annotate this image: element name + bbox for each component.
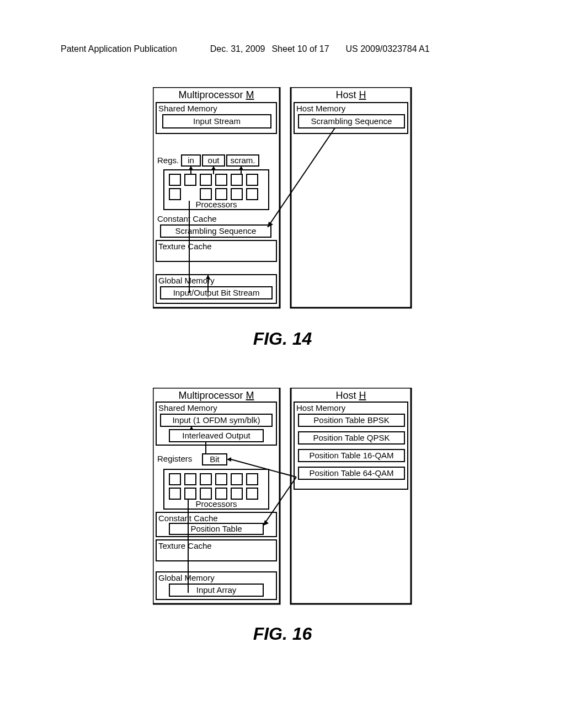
host-title: Host H [335, 89, 366, 100]
svg-rect-49 [247, 474, 258, 485]
svg-rect-50 [169, 488, 180, 499]
input-stream-label: Input Stream [193, 116, 241, 126]
svg-rect-48 [231, 474, 242, 485]
svg-rect-13 [169, 189, 180, 200]
reg-out: out [208, 156, 220, 165]
header-date: Dec. 31, 2009 [210, 44, 265, 54]
page-header: Patent Application Publication Dec. 31, … [61, 44, 504, 54]
header-sheet: Sheet 10 of 17 [271, 44, 329, 54]
mp-title: Multiprocessor M [178, 89, 254, 100]
regs-label: Regs. [157, 156, 179, 165]
svg-rect-16 [231, 189, 242, 200]
svg-marker-21 [211, 166, 216, 170]
page: Patent Application Publication Dec. 31, … [0, 0, 565, 728]
pt-bpsk: Position Table BPSK [313, 415, 389, 425]
svg-rect-54 [231, 488, 242, 499]
svg-rect-8 [185, 174, 196, 185]
reg-scram: scram. [231, 156, 255, 165]
iobs-label: Input/Output Bit Stream [173, 288, 260, 297]
header-publication: Patent Application Publication [61, 44, 177, 54]
svg-marker-23 [239, 166, 243, 170]
header-pubno: US 2009/0323784 A1 [346, 44, 430, 54]
svg-rect-11 [231, 174, 242, 185]
svg-rect-17 [247, 189, 258, 200]
svg-rect-46 [200, 474, 211, 485]
svg-rect-52 [200, 488, 211, 499]
svg-rect-53 [216, 488, 227, 499]
texture-cache-16: Texture Cache [158, 541, 212, 550]
registers-label: Registers [157, 454, 192, 463]
svg-line-70 [231, 459, 296, 477]
global-mem-16: Global Memory [158, 573, 215, 582]
svg-rect-9 [200, 174, 211, 185]
processors-label: Processors [195, 200, 237, 209]
svg-marker-41 [189, 426, 194, 430]
const-cache-label: Constant Cache [157, 214, 217, 223]
input-ofdm: Input (1 OFDM sym/blk) [172, 415, 260, 425]
bit-label: Bit [210, 454, 220, 464]
figure-14-svg: Multiprocessor M Shared Memory Input Str… [153, 87, 412, 313]
svg-rect-47 [216, 474, 227, 485]
fig14-caption: FIG. 14 [153, 329, 412, 349]
figure-14: Multiprocessor M Shared Memory Input Str… [153, 87, 412, 349]
svg-rect-51 [185, 488, 196, 499]
figure-16-svg: Multiprocessor M Shared Memory Input (1 … [153, 388, 412, 608]
pt-64qam: Position Table 64-QAM [309, 468, 393, 478]
svg-marker-19 [189, 166, 193, 170]
processors-16: Processors [195, 499, 237, 508]
svg-marker-69 [227, 457, 231, 462]
figure-16: Multiprocessor M Shared Memory Input (1 … [153, 388, 412, 644]
host-mem-label: Host Memory [296, 104, 346, 113]
svg-rect-14 [200, 189, 211, 200]
host-mem-16: Host Memory [296, 403, 346, 413]
svg-rect-10 [216, 174, 227, 185]
pos-table-mp: Position Table [190, 524, 242, 533]
scrambling-seq-mp: Scrambling Sequence [175, 226, 257, 235]
texture-cache-label: Texture Cache [158, 242, 212, 251]
global-mem-label: Global Memory [158, 276, 215, 285]
pt-16qam: Position Table 16-QAM [309, 451, 393, 460]
host-title-16: Host H [335, 390, 366, 401]
svg-rect-44 [169, 474, 180, 485]
mp-title-16: Multiprocessor M [178, 390, 254, 401]
svg-line-31 [268, 128, 335, 227]
svg-rect-7 [169, 174, 180, 185]
pt-qpsk: Position Table QPSK [313, 433, 390, 442]
svg-rect-15 [216, 189, 227, 200]
scrambling-seq-host: Scrambling Sequence [311, 116, 392, 126]
svg-rect-55 [247, 488, 258, 499]
shared-memory-label: Shared Memory [158, 104, 217, 113]
fig16-caption: FIG. 16 [153, 624, 412, 644]
reg-in: in [188, 156, 194, 165]
input-array: Input Array [196, 585, 237, 595]
svg-rect-12 [247, 174, 258, 185]
svg-rect-45 [185, 474, 196, 485]
interleaved-out: Interleaved Output [182, 431, 250, 440]
shared-mem-16: Shared Memory [158, 403, 217, 413]
